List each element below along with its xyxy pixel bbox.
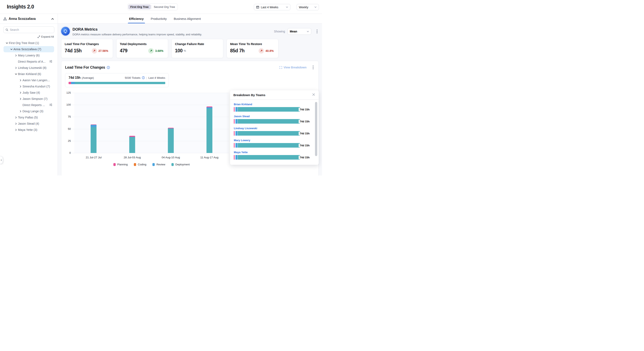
metric-card-lead-time-for-changes: Lead Time For Changes74d 15h27.56% [61,39,113,58]
breakdown-title: Breakdown By Teams [234,93,266,97]
tree-item-label: Mary Lowery (6) [18,54,40,57]
tree-item-label: Doug Lange (3) [22,110,43,113]
sidebar-collapse-handle[interactable]: › [0,156,3,164]
expand-all-button[interactable]: Expand All [38,35,54,38]
separator: | [146,76,147,79]
team-link-jason-stead[interactable]: Jason Stead [234,115,250,118]
lead-time-title: Lead Time For Changes [65,65,105,70]
info-icon[interactable] [107,66,110,69]
x-axis-tick-label: 04 Aug-10 Aug [152,156,190,159]
chevron-down-icon [286,6,288,8]
tickets-count: 5030 Tickets [125,76,140,79]
chevron-right-icon[interactable] [14,123,18,125]
sidebar-item-maya-yette-3[interactable]: Maya Yette (3) [4,127,54,133]
dora-kebab-menu[interactable] [316,28,319,35]
search-input[interactable] [10,28,52,32]
tree-item-label: Anna Scozzafava (7) [14,48,41,51]
chevron-right-icon[interactable] [14,54,18,57]
average-qualifier: (Average) [82,76,94,79]
org-user-selector[interactable]: Anna Scozzafava [0,14,58,24]
y-axis-tick-label: 0 [61,151,71,154]
metric-view-dropdown[interactable]: Mean [288,28,311,35]
sidebar-item-lindsay-liszewski-8[interactable]: Lindsay Liszewski (8) [4,65,54,71]
legend-label: Deployment [175,163,190,166]
sidebar-item-direct-reports[interactable]: Direct Reports ... [4,102,54,108]
toggle-first-org-tree[interactable]: First Org Tree [128,5,151,9]
team-stacked-bar [234,155,300,160]
metric-card-change-failure-rate: Change Failure Rate100% [172,39,223,58]
sidebar-item-tony-pallas-5[interactable]: Tony Pallas (5) [4,114,54,121]
metric-card-value-row: 74d 15h27.56% [65,48,110,54]
metric-card-title: Total Deployments [120,42,164,46]
metric-card-value: 74d 15h [65,48,82,54]
y-axis-tick-label: 100 [61,103,71,106]
showing-label: Showing [274,30,285,33]
filter-icon[interactable] [49,60,52,64]
planning-segment [234,155,235,160]
breakdown-team-row: Mary Lowery74d 15h [234,138,310,148]
team-link-maya-yette[interactable]: Maya Yette [234,151,248,154]
chevron-down-icon[interactable] [9,48,14,51]
team-stacked-bar [234,119,300,124]
sidebar-item-doug-lange-3[interactable]: Doug Lange (3) [4,108,54,114]
breakdown-scrollbar[interactable] [315,102,317,156]
lead-time-header: Lead Time For Changes [65,64,315,71]
chevron-right-icon[interactable] [14,129,18,131]
chevron-right-icon[interactable] [18,98,22,100]
team-link-mary-lowery[interactable]: Mary Lowery [234,139,250,142]
sidebar-item-mary-lowery-6[interactable]: Mary Lowery (6) [4,52,54,59]
granularity-dropdown[interactable]: Weekly [296,4,319,10]
sidebar-item-first-org-tree-root-1[interactable]: First Org Tree Root (1) [4,40,54,46]
tree-item-label: Aaron Van Langen... [22,79,50,82]
sidebar-item-brian-kirkland-6[interactable]: Brian Kirkland (6) [4,71,54,77]
chevron-right-icon[interactable] [14,67,18,69]
x-axis-tick-label: 21 Jul-27 Jul [74,156,113,159]
sidebar-item-anna-scozzafava-7[interactable]: Anna Scozzafava (7) [4,46,54,52]
legend-swatch [114,163,116,166]
toggle-second-org-tree[interactable]: Second Org Tree [152,5,177,9]
legend-swatch [134,163,136,166]
chevron-right-icon[interactable] [18,79,22,82]
summary-stacked-bar [68,82,165,84]
tab-productivity[interactable]: Productivity [151,14,167,23]
legend-swatch [172,163,174,166]
sidebar-item-judy-saw-4[interactable]: Judy Saw (4) [4,90,54,96]
team-link-lindsay-liszewski[interactable]: Lindsay Liszewski [234,127,257,130]
lead-time-summary: 74d 15h (Average) 5030 Tickets | [65,73,169,87]
team-link-brian-kirkland[interactable]: Brian Kirkland [234,103,252,106]
view-breakdown-button[interactable]: View Breakdown [280,66,306,69]
chevron-down-icon [314,6,317,8]
review-segment [236,131,238,136]
chart-gridline [72,153,229,153]
sidebar-item-sireesha-kunduri-7[interactable]: Sireesha Kunduri (7) [4,83,54,90]
deployment-segment [129,137,135,153]
tab-business-alignment[interactable]: Business Alignment [174,14,201,23]
chevron-right-icon[interactable] [14,116,18,119]
filter-icon[interactable] [49,103,52,107]
review-segment [71,82,75,84]
planning-segment [234,107,235,112]
info-icon[interactable] [142,76,145,79]
x-axis-tick-label: 11 Aug-17 Aug [190,156,229,159]
date-range-dropdown[interactable]: Last 4 Weeks [254,4,290,10]
sidebar-item-aaron-van-langen[interactable]: Aaron Van Langen... [4,77,54,83]
chevron-down-icon[interactable] [5,42,9,44]
lead-time-actions: View Breakdown [280,64,315,71]
chevron-right-icon[interactable] [18,85,22,88]
sidebar-item-jason-simpson-7[interactable]: Jason Simpson (7) [4,96,54,102]
sidebar-item-direct-reports-of-a[interactable]: Direct Reports of A... [4,59,54,65]
chevron-down-icon[interactable] [14,73,18,75]
breakdown-team-row: Maya Yette74d 15h [234,150,310,160]
tab-efficiency[interactable]: Efficiency [129,14,144,23]
planning-segment [234,131,235,136]
lead-time-kebab-menu[interactable] [312,64,315,71]
sidebar-item-jason-stead-4[interactable]: Jason Stead (4) [4,121,54,127]
metric-cards: Lead Time For Changes74d 15h27.56%Total … [61,39,319,58]
chevron-right-icon[interactable] [18,110,22,112]
close-icon[interactable] [312,92,316,97]
org-tree-toggle: First Org Tree Second Org Tree [128,4,178,10]
dora-title: DORA Metrics [72,27,274,32]
chevron-right-icon[interactable] [18,92,22,94]
dora-subtitle: DORA metrics measure software delivery p… [72,33,274,36]
legend-label: Coding [138,163,146,166]
